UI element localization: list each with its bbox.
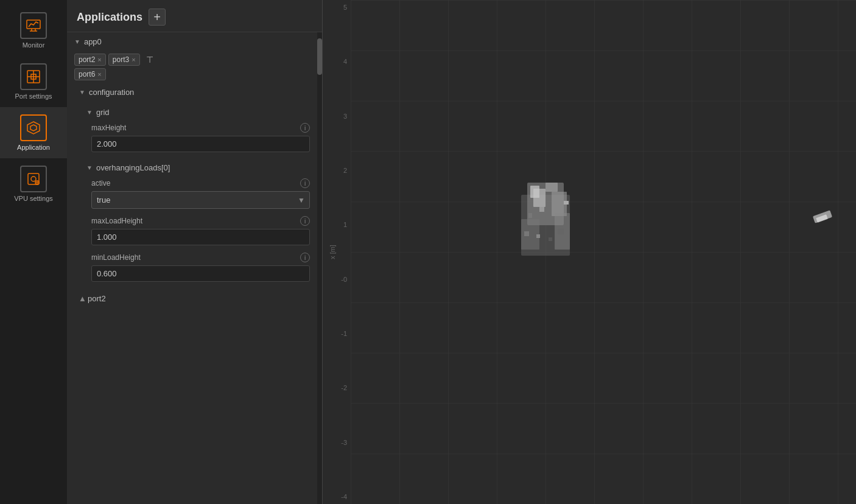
sidebar-item-port-settings[interactable]: Port settings <box>0 56 67 107</box>
overhanging-loads-label: overhangingLoads[0] <box>96 163 170 172</box>
port-settings-icon <box>25 68 42 85</box>
maxloadheight-label-row: maxLoadHeight i <box>91 216 310 226</box>
svg-marker-8 <box>27 122 40 134</box>
tag-port2-close[interactable]: × <box>97 56 101 63</box>
axis-label-neg1: -1 <box>323 330 351 337</box>
maxloadheight-field: maxLoadHeight i <box>67 214 317 250</box>
axis-label-neg3: -3 <box>323 439 351 446</box>
main-panel: Applications + ▼ app0 port2 × port3 × ⊤ <box>67 0 323 504</box>
panel-content: ▼ app0 port2 × port3 × ⊤ port6 × <box>67 32 317 504</box>
vpu-settings-icon <box>25 170 42 187</box>
port-settings-label: Port settings <box>15 93 52 100</box>
grid-section-header[interactable]: ▼ grid <box>67 104 317 121</box>
axis-label-0: -0 <box>323 276 351 283</box>
scroll-thumb[interactable] <box>317 38 322 75</box>
monitor-label: Monitor <box>23 41 45 49</box>
panel-header: Applications + <box>67 0 322 32</box>
viewport: 5 4 3 2 1 -0 -1 -2 -3 -4 x [m] <box>323 0 856 504</box>
sidebar-item-monitor[interactable]: Monitor <box>0 5 67 56</box>
axis-label-neg2: -2 <box>323 384 351 391</box>
grid-chevron: ▼ <box>86 109 93 116</box>
axis-label-2: 2 <box>323 167 351 174</box>
svg-rect-25 <box>530 186 539 198</box>
svg-rect-30 <box>539 207 544 212</box>
app0-tags-row2: port6 × <box>67 68 317 83</box>
svg-rect-18 <box>351 0 856 504</box>
axis-label-4: 4 <box>323 58 351 65</box>
add-application-button[interactable]: + <box>149 9 166 26</box>
svg-rect-28 <box>536 234 540 238</box>
port-settings-icon-box <box>20 63 47 90</box>
port2-label: port2 <box>88 294 106 303</box>
tag-port2: port2 × <box>74 54 106 66</box>
maxloadheight-info-icon[interactable]: i <box>300 216 310 226</box>
maxheight-label: maxHeight <box>91 124 126 132</box>
monitor-icon <box>25 17 42 34</box>
minloadheight-label-row: minLoadHeight i <box>91 253 310 262</box>
overhanging-loads-subsection: ▼ overhangingLoads[0] active i true fals… <box>67 159 317 287</box>
tag-port6: port6 × <box>74 68 106 80</box>
app0-section-header[interactable]: ▼ app0 <box>67 32 317 51</box>
svg-point-11 <box>31 177 36 181</box>
scroll-track[interactable] <box>317 32 322 504</box>
active-select-wrapper: true false ▼ <box>91 191 310 209</box>
port2-section-header[interactable]: ▶ port2 <box>67 289 317 308</box>
maxheight-info-icon[interactable]: i <box>300 123 310 133</box>
svg-rect-29 <box>558 228 564 234</box>
axis-label-neg4: -4 <box>323 493 351 500</box>
tag-port3-close[interactable]: × <box>132 56 135 63</box>
tag-port3-label: port3 <box>113 55 129 64</box>
vpu-settings-label: VPU settings <box>14 195 53 202</box>
maxheight-field: maxHeight i <box>67 121 317 157</box>
svg-rect-27 <box>524 231 529 236</box>
y-axis: 5 4 3 2 1 -0 -1 -2 -3 -4 <box>323 0 351 504</box>
axis-label-1: 1 <box>323 221 351 228</box>
active-info-icon[interactable]: i <box>300 178 310 188</box>
svg-marker-9 <box>30 125 37 131</box>
monitor-icon-box <box>20 12 47 39</box>
application-label: Application <box>17 144 50 151</box>
svg-rect-31 <box>564 201 569 205</box>
active-select[interactable]: true false <box>91 191 310 209</box>
sidebar-item-application[interactable]: Application <box>0 107 67 158</box>
port2-chevron: ▶ <box>79 296 85 301</box>
axis-label-5: 5 <box>323 4 351 11</box>
maxloadheight-label: maxLoadHeight <box>91 217 142 225</box>
app0-chevron: ▼ <box>74 38 80 45</box>
active-label-row: active i <box>91 178 310 188</box>
minloadheight-input[interactable] <box>91 265 310 282</box>
grid-subsection: ▼ grid maxHeight i <box>67 104 317 157</box>
svg-rect-33 <box>528 213 532 218</box>
configuration-chevron: ▼ <box>79 89 85 96</box>
sidebar-item-vpu-settings[interactable]: VPU settings <box>0 158 67 209</box>
overhanging-loads-chevron: ▼ <box>86 164 93 171</box>
configuration-label: configuration <box>89 88 134 97</box>
panel-title: Applications <box>77 11 142 24</box>
maxheight-label-row: maxHeight i <box>91 123 310 133</box>
application-icon-box <box>20 114 47 141</box>
tag-port6-close[interactable]: × <box>97 71 101 78</box>
minloadheight-field: minLoadHeight i <box>67 250 317 287</box>
maxloadheight-input[interactable] <box>91 229 310 245</box>
overhanging-loads-section-header[interactable]: ▼ overhangingLoads[0] <box>67 159 317 176</box>
active-label: active <box>91 179 110 187</box>
grid-label: grid <box>96 108 110 117</box>
minloadheight-label: minLoadHeight <box>91 253 141 262</box>
tag-port2-label: port2 <box>79 55 95 64</box>
app0-label: app0 <box>84 37 102 46</box>
maxheight-input[interactable] <box>91 136 310 152</box>
x-axis-label: x [m] <box>329 245 336 259</box>
configuration-section-header[interactable]: ▼ configuration <box>67 83 317 102</box>
application-icon <box>25 119 42 136</box>
tag-port3: port3 × <box>108 54 140 66</box>
vpu-settings-icon-box <box>20 166 47 192</box>
minloadheight-info-icon[interactable]: i <box>300 253 310 262</box>
filter-icon[interactable]: ⊤ <box>142 54 157 66</box>
tag-port6-label: port6 <box>79 70 95 79</box>
icon-sidebar: Monitor Port settings Application <box>0 0 67 504</box>
grid-svg <box>351 0 856 504</box>
axis-label-3: 3 <box>323 113 351 120</box>
figure-main <box>521 183 570 256</box>
active-field: active i true false ▼ <box>67 176 317 214</box>
svg-rect-26 <box>546 183 558 192</box>
